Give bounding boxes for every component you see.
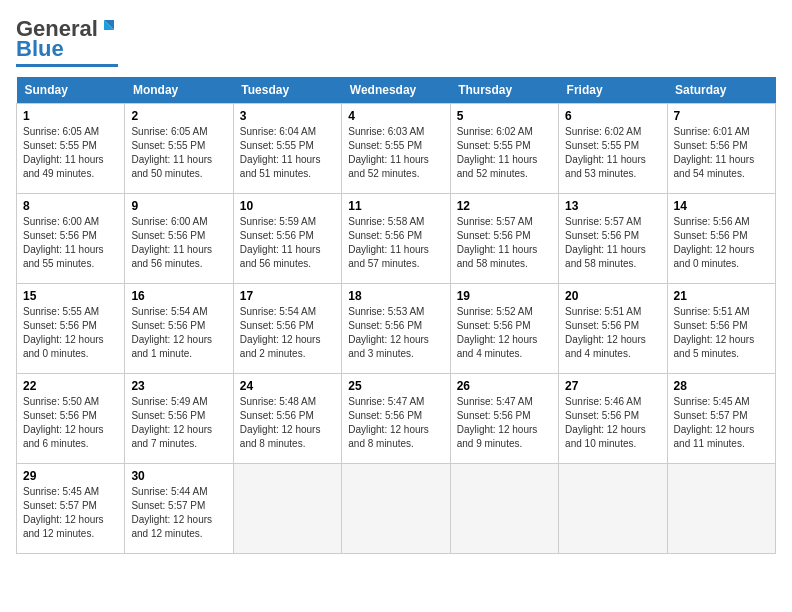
day-number: 28 xyxy=(674,379,769,393)
calendar-cell: 16Sunrise: 5:54 AM Sunset: 5:56 PM Dayli… xyxy=(125,284,233,374)
day-number: 16 xyxy=(131,289,226,303)
calendar-cell: 15Sunrise: 5:55 AM Sunset: 5:56 PM Dayli… xyxy=(17,284,125,374)
dow-friday: Friday xyxy=(559,77,667,104)
day-info: Sunrise: 5:55 AM Sunset: 5:56 PM Dayligh… xyxy=(23,305,118,361)
day-info: Sunrise: 5:54 AM Sunset: 5:56 PM Dayligh… xyxy=(131,305,226,361)
day-info: Sunrise: 6:00 AM Sunset: 5:56 PM Dayligh… xyxy=(23,215,118,271)
calendar-cell: 25Sunrise: 5:47 AM Sunset: 5:56 PM Dayli… xyxy=(342,374,450,464)
day-info: Sunrise: 5:47 AM Sunset: 5:56 PM Dayligh… xyxy=(457,395,552,451)
calendar-cell: 24Sunrise: 5:48 AM Sunset: 5:56 PM Dayli… xyxy=(233,374,341,464)
dow-wednesday: Wednesday xyxy=(342,77,450,104)
day-info: Sunrise: 5:59 AM Sunset: 5:56 PM Dayligh… xyxy=(240,215,335,271)
day-info: Sunrise: 5:57 AM Sunset: 5:56 PM Dayligh… xyxy=(457,215,552,271)
logo-blue-text: Blue xyxy=(16,36,64,61)
calendar-cell xyxy=(667,464,775,554)
day-info: Sunrise: 5:48 AM Sunset: 5:56 PM Dayligh… xyxy=(240,395,335,451)
day-info: Sunrise: 6:05 AM Sunset: 5:55 PM Dayligh… xyxy=(131,125,226,181)
calendar-cell: 29Sunrise: 5:45 AM Sunset: 5:57 PM Dayli… xyxy=(17,464,125,554)
calendar-cell: 8Sunrise: 6:00 AM Sunset: 5:56 PM Daylig… xyxy=(17,194,125,284)
day-number: 18 xyxy=(348,289,443,303)
calendar-cell xyxy=(450,464,558,554)
day-info: Sunrise: 5:51 AM Sunset: 5:56 PM Dayligh… xyxy=(565,305,660,361)
day-info: Sunrise: 5:45 AM Sunset: 5:57 PM Dayligh… xyxy=(23,485,118,541)
day-number: 25 xyxy=(348,379,443,393)
calendar-cell: 19Sunrise: 5:52 AM Sunset: 5:56 PM Dayli… xyxy=(450,284,558,374)
calendar-cell: 4Sunrise: 6:03 AM Sunset: 5:55 PM Daylig… xyxy=(342,104,450,194)
day-info: Sunrise: 5:57 AM Sunset: 5:56 PM Dayligh… xyxy=(565,215,660,271)
week-row-5: 29Sunrise: 5:45 AM Sunset: 5:57 PM Dayli… xyxy=(17,464,776,554)
day-info: Sunrise: 5:54 AM Sunset: 5:56 PM Dayligh… xyxy=(240,305,335,361)
day-number: 26 xyxy=(457,379,552,393)
calendar-table: SundayMondayTuesdayWednesdayThursdayFrid… xyxy=(16,77,776,554)
day-info: Sunrise: 5:53 AM Sunset: 5:56 PM Dayligh… xyxy=(348,305,443,361)
day-number: 14 xyxy=(674,199,769,213)
day-number: 19 xyxy=(457,289,552,303)
page-header: General Blue xyxy=(16,16,776,67)
day-number: 22 xyxy=(23,379,118,393)
day-number: 5 xyxy=(457,109,552,123)
day-info: Sunrise: 5:47 AM Sunset: 5:56 PM Dayligh… xyxy=(348,395,443,451)
dow-thursday: Thursday xyxy=(450,77,558,104)
day-info: Sunrise: 6:05 AM Sunset: 5:55 PM Dayligh… xyxy=(23,125,118,181)
day-info: Sunrise: 5:50 AM Sunset: 5:56 PM Dayligh… xyxy=(23,395,118,451)
day-info: Sunrise: 5:51 AM Sunset: 5:56 PM Dayligh… xyxy=(674,305,769,361)
calendar-cell xyxy=(233,464,341,554)
calendar-cell: 26Sunrise: 5:47 AM Sunset: 5:56 PM Dayli… xyxy=(450,374,558,464)
dow-sunday: Sunday xyxy=(17,77,125,104)
day-number: 20 xyxy=(565,289,660,303)
day-info: Sunrise: 6:02 AM Sunset: 5:55 PM Dayligh… xyxy=(457,125,552,181)
calendar-cell: 10Sunrise: 5:59 AM Sunset: 5:56 PM Dayli… xyxy=(233,194,341,284)
day-number: 8 xyxy=(23,199,118,213)
day-number: 6 xyxy=(565,109,660,123)
calendar-cell xyxy=(559,464,667,554)
calendar-cell: 14Sunrise: 5:56 AM Sunset: 5:56 PM Dayli… xyxy=(667,194,775,284)
day-info: Sunrise: 6:04 AM Sunset: 5:55 PM Dayligh… xyxy=(240,125,335,181)
day-number: 11 xyxy=(348,199,443,213)
calendar-cell: 11Sunrise: 5:58 AM Sunset: 5:56 PM Dayli… xyxy=(342,194,450,284)
day-info: Sunrise: 6:00 AM Sunset: 5:56 PM Dayligh… xyxy=(131,215,226,271)
calendar-cell: 12Sunrise: 5:57 AM Sunset: 5:56 PM Dayli… xyxy=(450,194,558,284)
day-info: Sunrise: 5:44 AM Sunset: 5:57 PM Dayligh… xyxy=(131,485,226,541)
day-info: Sunrise: 5:56 AM Sunset: 5:56 PM Dayligh… xyxy=(674,215,769,271)
day-info: Sunrise: 5:58 AM Sunset: 5:56 PM Dayligh… xyxy=(348,215,443,271)
day-number: 15 xyxy=(23,289,118,303)
day-info: Sunrise: 6:01 AM Sunset: 5:56 PM Dayligh… xyxy=(674,125,769,181)
dow-tuesday: Tuesday xyxy=(233,77,341,104)
day-number: 9 xyxy=(131,199,226,213)
day-number: 3 xyxy=(240,109,335,123)
calendar-cell: 23Sunrise: 5:49 AM Sunset: 5:56 PM Dayli… xyxy=(125,374,233,464)
calendar-cell xyxy=(342,464,450,554)
calendar-cell: 3Sunrise: 6:04 AM Sunset: 5:55 PM Daylig… xyxy=(233,104,341,194)
logo-chevron-icon xyxy=(100,18,118,36)
week-row-4: 22Sunrise: 5:50 AM Sunset: 5:56 PM Dayli… xyxy=(17,374,776,464)
logo-underline xyxy=(16,64,118,67)
day-info: Sunrise: 5:45 AM Sunset: 5:57 PM Dayligh… xyxy=(674,395,769,451)
day-number: 30 xyxy=(131,469,226,483)
calendar-body: 1Sunrise: 6:05 AM Sunset: 5:55 PM Daylig… xyxy=(17,104,776,554)
day-number: 29 xyxy=(23,469,118,483)
day-info: Sunrise: 5:52 AM Sunset: 5:56 PM Dayligh… xyxy=(457,305,552,361)
day-number: 7 xyxy=(674,109,769,123)
calendar-cell: 18Sunrise: 5:53 AM Sunset: 5:56 PM Dayli… xyxy=(342,284,450,374)
calendar-cell: 21Sunrise: 5:51 AM Sunset: 5:56 PM Dayli… xyxy=(667,284,775,374)
days-of-week-row: SundayMondayTuesdayWednesdayThursdayFrid… xyxy=(17,77,776,104)
week-row-1: 1Sunrise: 6:05 AM Sunset: 5:55 PM Daylig… xyxy=(17,104,776,194)
calendar-cell: 17Sunrise: 5:54 AM Sunset: 5:56 PM Dayli… xyxy=(233,284,341,374)
day-info: Sunrise: 5:49 AM Sunset: 5:56 PM Dayligh… xyxy=(131,395,226,451)
day-number: 27 xyxy=(565,379,660,393)
day-number: 4 xyxy=(348,109,443,123)
day-number: 10 xyxy=(240,199,335,213)
logo: General Blue xyxy=(16,16,118,67)
day-number: 1 xyxy=(23,109,118,123)
day-number: 23 xyxy=(131,379,226,393)
day-info: Sunrise: 5:46 AM Sunset: 5:56 PM Dayligh… xyxy=(565,395,660,451)
dow-monday: Monday xyxy=(125,77,233,104)
calendar-cell: 27Sunrise: 5:46 AM Sunset: 5:56 PM Dayli… xyxy=(559,374,667,464)
calendar-cell: 28Sunrise: 5:45 AM Sunset: 5:57 PM Dayli… xyxy=(667,374,775,464)
day-number: 13 xyxy=(565,199,660,213)
calendar-cell: 6Sunrise: 6:02 AM Sunset: 5:55 PM Daylig… xyxy=(559,104,667,194)
calendar-cell: 30Sunrise: 5:44 AM Sunset: 5:57 PM Dayli… xyxy=(125,464,233,554)
calendar-cell: 2Sunrise: 6:05 AM Sunset: 5:55 PM Daylig… xyxy=(125,104,233,194)
calendar-cell: 22Sunrise: 5:50 AM Sunset: 5:56 PM Dayli… xyxy=(17,374,125,464)
day-number: 24 xyxy=(240,379,335,393)
